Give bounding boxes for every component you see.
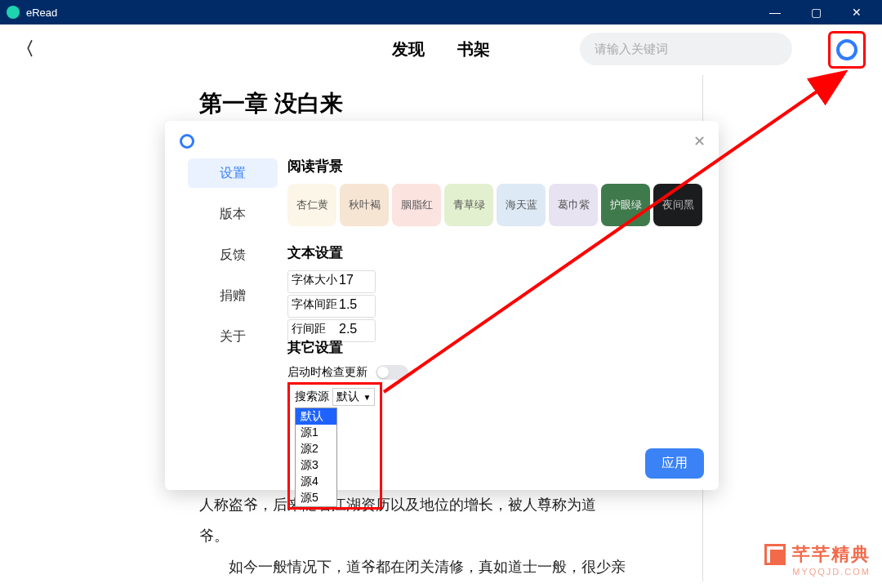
sidebar-item-donate[interactable]: 捐赠	[188, 281, 278, 310]
search-source-row: 搜索源 默认 ▼ 默认源1源2源3源4源5	[287, 382, 382, 510]
bg-swatch-葛巾紫[interactable]: 葛巾紫	[549, 184, 598, 226]
source-option[interactable]: 源3	[296, 457, 336, 474]
sidebar-item-version[interactable]: 版本	[188, 199, 278, 229]
text-line: 爷。	[199, 521, 706, 552]
bg-swatch-胭脂红[interactable]: 胭脂红	[392, 184, 441, 226]
chevron-down-icon: ▼	[363, 393, 371, 402]
topbar: 〈 发现 书架 请输入关键词	[0, 24, 882, 74]
page-text: 人称盗爷，后来随着江湖资历以及地位的增长，被人尊称为道 爷。 如今一般情况下，道…	[199, 490, 706, 582]
nav-tabs: 发现 书架	[392, 38, 490, 60]
watermark-main: 芊芊精典	[792, 542, 871, 567]
app-title: eRead	[26, 7, 763, 19]
tab-discover[interactable]: 发现	[392, 38, 425, 60]
source-option[interactable]: 源1	[296, 425, 336, 441]
tab-shelf[interactable]: 书架	[457, 38, 490, 60]
text-line: 如今一般情况下，道爷都在闭关清修，真如道士一般，很少亲	[199, 552, 706, 583]
search-input[interactable]: 请输入关键词	[580, 33, 792, 65]
sidebar-item-settings[interactable]: 设置	[188, 158, 278, 188]
user-avatar[interactable]	[836, 39, 858, 60]
section-other-settings: 其它设置 启动时检查更新	[287, 338, 408, 380]
bg-swatch-秋叶褐[interactable]: 秋叶褐	[340, 184, 389, 226]
background-swatches: 杏仁黄秋叶褐胭脂红青草绿海天蓝葛巾紫护眼绿夜间黑	[287, 184, 702, 226]
section-title-other: 其它设置	[287, 338, 408, 357]
window-controls: — ▢ ✕	[763, 6, 875, 19]
font-size-label: 字体大小	[288, 273, 339, 287]
search-source-selected: 默认	[336, 390, 359, 404]
section-title-text: 文本设置	[287, 243, 376, 262]
search-source-dropdown: 默认源1源2源3源4源5	[295, 408, 337, 507]
line-height-value[interactable]: 2.5	[339, 322, 357, 336]
bg-swatch-夜间黑[interactable]: 夜间黑	[653, 184, 702, 226]
sidebar-item-feedback[interactable]: 反馈	[188, 240, 278, 270]
search-source-highlight: 搜索源 默认 ▼ 默认源1源2源3源4源5	[287, 382, 382, 510]
modal-close-button[interactable]: ✕	[693, 132, 706, 150]
bg-swatch-护眼绿[interactable]: 护眼绿	[601, 184, 650, 226]
watermark-sub: MYQQJD.COM	[764, 567, 871, 577]
search-placeholder: 请输入关键词	[595, 42, 668, 57]
search-source-select[interactable]: 默认 ▼	[332, 388, 375, 406]
bg-swatch-海天蓝[interactable]: 海天蓝	[497, 184, 546, 226]
app-icon	[7, 6, 20, 19]
minimize-button[interactable]: —	[763, 6, 787, 19]
source-option[interactable]: 默认	[296, 408, 336, 425]
bg-swatch-杏仁黄[interactable]: 杏仁黄	[287, 184, 336, 226]
font-size-value[interactable]: 17	[339, 273, 354, 287]
watermark-icon	[764, 544, 786, 565]
check-update-toggle[interactable]	[376, 365, 408, 380]
check-update-label: 启动时检查更新	[287, 365, 368, 380]
maximize-button[interactable]: ▢	[804, 6, 828, 19]
source-option[interactable]: 源2	[296, 441, 336, 457]
source-option[interactable]: 源4	[296, 474, 336, 490]
settings-sidebar: 设置 版本 反馈 捐赠 关于	[188, 158, 278, 363]
user-avatar-highlight	[828, 31, 866, 69]
watermark: 芊芊精典 MYQQJD.COM	[764, 542, 871, 577]
line-height-label: 行间距	[288, 322, 339, 336]
source-option[interactable]: 源5	[296, 490, 336, 506]
bg-swatch-青草绿[interactable]: 青草绿	[444, 184, 493, 226]
modal-app-icon	[180, 134, 194, 149]
letter-spacing-label: 字体间距	[288, 297, 339, 312]
titlebar: eRead — ▢ ✕	[0, 0, 882, 24]
section-title-bg: 阅读背景	[287, 157, 702, 176]
text-line: 人称盗爷，后来随着江湖资历以及地位的增长，被人尊称为道	[199, 490, 706, 521]
section-reading-background: 阅读背景 杏仁黄秋叶褐胭脂红青草绿海天蓝葛巾紫护眼绿夜间黑	[287, 157, 702, 226]
settings-modal: ✕ 设置 版本 反馈 捐赠 关于 阅读背景 杏仁黄秋叶褐胭脂红青草绿海天蓝葛巾紫…	[165, 121, 719, 490]
sidebar-item-about[interactable]: 关于	[188, 322, 278, 351]
close-button[interactable]: ✕	[844, 6, 869, 19]
section-text-settings: 文本设置 字体大小 17 字体间距 1.5 行间距 2.5	[287, 243, 376, 342]
search-source-label: 搜索源	[295, 390, 329, 403]
back-button[interactable]: 〈	[16, 37, 34, 61]
apply-button[interactable]: 应用	[645, 448, 704, 479]
chapter-title: 第一章 没白来	[199, 88, 343, 119]
letter-spacing-value[interactable]: 1.5	[339, 297, 357, 312]
